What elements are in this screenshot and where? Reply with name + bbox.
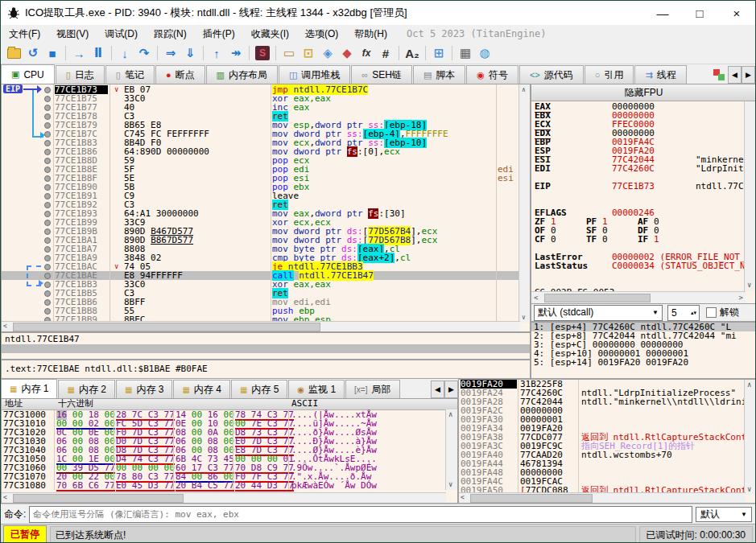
tab-笔记[interactable]: ▯笔记 [105, 65, 155, 84]
menu-视图(V)[interactable]: 视图(V) [48, 26, 97, 43]
breakpoint-dot[interactable] [44, 96, 51, 102]
breakpoint-dot[interactable] [44, 308, 51, 315]
calling-convention-select[interactable]: 默认 (stdcall) ▼ [534, 305, 663, 321]
dump-tab-内存 3[interactable]: ▦内存 3 [116, 380, 172, 398]
tab-调用堆栈[interactable]: ◫调用堆栈 [279, 65, 350, 84]
menu-收藏夹(I)[interactable]: 收藏夹(I) [243, 26, 297, 43]
dump-tab-监视 1[interactable]: ◉监视 1 [288, 380, 345, 398]
disasm-horizontal-scrollbar[interactable] [2, 321, 520, 331]
breakpoint-dot[interactable] [44, 131, 51, 138]
tab-脚本[interactable]: ▤脚本 [413, 65, 465, 84]
seh-icon[interactable]: S [253, 44, 272, 62]
functions-icon[interactable]: fx [357, 44, 376, 62]
breakpoint-dot[interactable] [44, 167, 51, 173]
disassembly-pane[interactable]: 77CE1B73∨EB 07jmp ntdll.77CE1B7C77CE1B75… [1, 84, 531, 332]
registers-pane[interactable]: 隐藏FPU EAX00000000EBX00000000ECXFFEC0000E… [531, 84, 756, 322]
ordinals-icon[interactable]: # [376, 44, 395, 62]
tab-日志[interactable]: ▯日志 [56, 65, 105, 84]
breakpoint-dot[interactable] [44, 211, 51, 217]
menu-帮助(H)[interactable]: 帮助(H) [346, 26, 395, 43]
dump-row[interactable]: 77C3108070 6B C6 77E0 45 D3 7720 B4 C5 7… [2, 481, 444, 490]
unlock-checkbox[interactable]: 解锁 [706, 306, 739, 319]
step-over-icon[interactable]: ↷ [134, 44, 154, 62]
tab-断点[interactable]: ●断点 [155, 65, 205, 84]
run-icon[interactable]: → [69, 44, 89, 62]
breakpoint-dot[interactable] [44, 113, 51, 120]
execute-till-return-icon[interactable]: ⇓ [180, 44, 200, 62]
command-profile-select[interactable]: 默认 ▼ [696, 507, 752, 522]
breakpoint-dot[interactable] [44, 237, 51, 244]
breakpoint-dot[interactable] [44, 228, 51, 235]
pause-icon[interactable]: Ⅱ [89, 44, 108, 62]
breakpoint-dot[interactable] [44, 175, 51, 182]
dump-tab-scroll-right-button[interactable]: ▶ [444, 381, 458, 398]
tab-SEH链[interactable]: ∞SEH链 [351, 65, 412, 84]
argument-row[interactable]: 5: [esp+14] 0019FA20 0019FA20 [531, 358, 756, 367]
tab-scroll-left-button[interactable]: ◀ [728, 66, 742, 84]
argument-count-stepper[interactable]: 5 [667, 305, 700, 321]
breakpoint-dot[interactable] [44, 140, 51, 146]
calculator-icon[interactable]: ▦ [456, 44, 475, 62]
tab-CPU[interactable]: ▣CPU [1, 64, 55, 84]
comments-icon[interactable]: ⊡ [299, 44, 318, 62]
breakpoint-dot[interactable] [44, 193, 51, 200]
tab-线程[interactable]: ⇉线程 [634, 65, 686, 84]
dump-tab-内存 5[interactable]: ▦内存 5 [231, 380, 287, 398]
step-out-icon[interactable]: ↑ [207, 44, 226, 62]
breakpoint-dot[interactable] [44, 87, 51, 93]
menu-插件(P)[interactable]: 插件(P) [195, 26, 243, 43]
dump-horizontal-scrollbar[interactable] [2, 492, 446, 503]
menu-文件(F)[interactable]: 文件(F) [1, 26, 48, 43]
tab-引用[interactable]: ○引用 [585, 65, 634, 84]
breakpoint-dot[interactable] [44, 255, 51, 261]
dump-tab-内存 2[interactable]: ▦内存 2 [58, 380, 114, 398]
breakpoint-dot[interactable] [44, 184, 51, 191]
breakpoint-dot[interactable] [44, 122, 51, 129]
breakpoint-dot[interactable] [44, 158, 51, 164]
command-input[interactable] [29, 506, 692, 523]
tab-源代码[interactable]: <>源代码 [519, 65, 584, 84]
breakpoint-dot[interactable] [44, 290, 51, 297]
browser-icon[interactable]: ◍ [475, 44, 494, 62]
breakpoint-dot[interactable] [44, 105, 51, 111]
detach-tabs-icon[interactable] [713, 69, 725, 80]
breakpoint-dot[interactable] [44, 299, 51, 306]
dump-tab-局部[interactable]: [x=]局部 [345, 380, 399, 398]
memory-dump-pane[interactable]: 地址 十六进制 ASCII 77C3100016 00 18 0028 7C C… [1, 398, 458, 504]
patch-icon[interactable]: ▭ [279, 44, 299, 62]
menu-选项(O)[interactable]: 选项(O) [297, 26, 346, 43]
breakpoint-dot[interactable] [44, 149, 51, 155]
breakpoint-dot[interactable] [44, 273, 51, 279]
tab-内存布局[interactable]: ▥内存布局 [206, 65, 278, 84]
open-file-icon[interactable] [4, 44, 23, 62]
labels-icon[interactable]: ◈ [318, 44, 337, 62]
breakpoint-dot[interactable] [44, 202, 51, 208]
stack-horizontal-scrollbar[interactable] [459, 492, 746, 503]
hide-fpu-button[interactable]: 隐藏FPU [531, 84, 756, 101]
register-row[interactable]: EIP77CE1B73ntdll.77CE1B73 [535, 182, 744, 191]
run-to-selection-icon[interactable]: ⇒ [161, 44, 180, 62]
register-row[interactable]: EDI77C4260C"LdrpInitializePro [535, 164, 744, 173]
dump-tab-内存 4[interactable]: ▦内存 4 [173, 380, 229, 398]
breakpoint-dot[interactable] [44, 282, 51, 288]
stop-icon[interactable]: ■ [43, 44, 62, 62]
menu-调试(D)[interactable]: 调试(D) [97, 26, 146, 43]
step-into-icon[interactable]: ↓ [115, 44, 134, 62]
minimize-button[interactable]: — [644, 1, 681, 25]
bookmarks-icon[interactable]: ◆ [337, 44, 357, 62]
run-to-user-code-icon[interactable]: ↠ [226, 44, 246, 62]
breakpoint-dot[interactable] [44, 220, 51, 226]
tab-scroll-right-button[interactable]: ▶ [742, 66, 755, 84]
dump-vertical-scrollbar[interactable] [445, 409, 457, 490]
dump-tab-内存 1[interactable]: ▦内存 1 [1, 379, 57, 398]
disasm-vertical-scrollbar[interactable] [518, 84, 530, 323]
flags-row[interactable]: CF 0TF 0IF 1 [535, 235, 744, 244]
restart-icon[interactable]: ↺ [23, 44, 43, 62]
trace-icon[interactable]: ⊞ [429, 44, 448, 62]
close-button[interactable]: × [718, 1, 755, 25]
highlight-icon[interactable]: A₂ [403, 44, 422, 62]
tab-符号[interactable]: ◉符号 [466, 65, 518, 84]
stack-pane[interactable]: 0019FA2031B225F80019FA2477C4260Cntdll."L… [458, 379, 756, 504]
menu-跟踪(N)[interactable]: 跟踪(N) [146, 26, 195, 43]
stack-vertical-scrollbar[interactable] [744, 380, 756, 495]
